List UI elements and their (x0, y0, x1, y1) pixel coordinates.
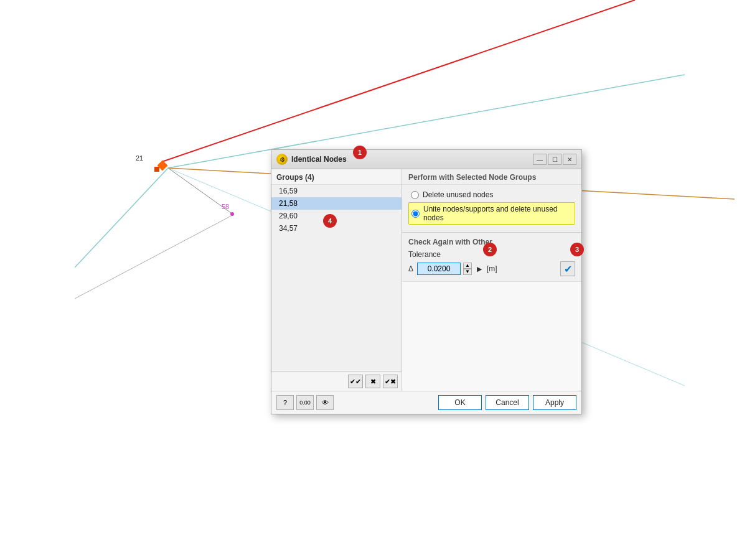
tolerance-input[interactable] (417, 263, 461, 275)
dialog-title: Identical Nodes (291, 155, 533, 164)
radio-delete-input[interactable] (411, 191, 419, 199)
check-again-label: Check Again with Other (408, 238, 575, 246)
footer-right-buttons: OK Cancel Apply (438, 395, 576, 410)
svg-line-0 (162, 0, 635, 162)
radio-group: Delete unused nodes Unite nodes/supports… (402, 185, 581, 230)
cancel-button[interactable]: Cancel (486, 395, 529, 410)
svg-line-7 (75, 215, 233, 299)
close-button[interactable]: ✕ (563, 154, 576, 165)
minimize-button[interactable]: — (533, 154, 547, 165)
footer-left-tools: ? 0.00 👁 (276, 395, 334, 410)
group-item-1659[interactable]: 16,59 (271, 185, 402, 197)
settings-button[interactable]: 0.00 (296, 395, 314, 410)
ok-button[interactable]: OK (438, 395, 482, 410)
stepper-down-button[interactable]: ▼ (463, 269, 472, 275)
tolerance-label: Tolerance (408, 250, 446, 259)
right-panel-content-area (402, 281, 581, 391)
group-item-3457[interactable]: 34,57 (271, 222, 402, 235)
left-panel: Groups (4) 16,59 21,58 29,60 34,57 ✔✔ ✖ … (271, 169, 402, 391)
radio-unite-input[interactable] (411, 210, 420, 218)
dialog-icon: ⚙ (276, 154, 288, 165)
section-divider (402, 232, 581, 233)
node-label-21: 21 (136, 154, 143, 162)
identical-nodes-dialog: ⚙ Identical Nodes — ☐ ✕ Groups (4) 16,59… (271, 149, 582, 414)
dialog-titlebar: ⚙ Identical Nodes — ☐ ✕ (271, 150, 581, 169)
invert-selection-button[interactable]: ✔✖ (383, 375, 398, 388)
unit-label: [m] (487, 264, 497, 273)
left-panel-toolbar: ✔✔ ✖ ✔✖ (271, 371, 402, 391)
groups-list: 16,59 21,58 29,60 34,57 (271, 185, 402, 371)
check-confirm-button[interactable]: ✔ (560, 261, 575, 276)
radio-delete-unused[interactable]: Delete unused nodes (408, 189, 575, 201)
maximize-button[interactable]: ☐ (548, 154, 561, 165)
arrow-right: ▶ (477, 265, 482, 273)
stepper-up-button[interactable]: ▲ (463, 263, 472, 269)
group-item-2158[interactable]: 21,58 (271, 197, 402, 210)
node-label-58: 58 (222, 203, 229, 210)
radio-delete-label: Delete unused nodes (423, 190, 493, 199)
perform-section-label: Perform with Selected Node Groups (402, 169, 581, 185)
deselect-button[interactable]: ✖ (365, 375, 380, 388)
tolerance-stepper: ▲ ▼ (463, 263, 472, 275)
tolerance-row: Tolerance (408, 250, 575, 259)
check-again-section: Check Again with Other Tolerance Δ ▲ ▼ ▶… (402, 235, 581, 281)
dialog-body: Groups (4) 16,59 21,58 29,60 34,57 ✔✔ ✖ … (271, 169, 581, 391)
help-button[interactable]: ? (276, 395, 294, 410)
group-item-2960[interactable]: 29,60 (271, 210, 402, 222)
right-panel: Perform with Selected Node Groups Delete… (402, 169, 581, 391)
view-button[interactable]: 👁 (316, 395, 334, 410)
svg-line-3 (75, 168, 168, 268)
dialog-footer: ? 0.00 👁 OK Cancel Apply (271, 391, 581, 414)
titlebar-buttons: — ☐ ✕ (533, 154, 576, 165)
delta-symbol: Δ (408, 264, 413, 273)
radio-unite-label: Unite nodes/supports and delete unused n… (423, 205, 572, 222)
groups-header: Groups (4) (271, 169, 402, 185)
radio-unite-nodes[interactable]: Unite nodes/supports and delete unused n… (408, 202, 575, 225)
apply-button[interactable]: Apply (533, 395, 576, 410)
select-all-button[interactable]: ✔✔ (348, 375, 363, 388)
tolerance-input-row: Δ ▲ ▼ ▶ [m] ✔ (408, 261, 575, 276)
